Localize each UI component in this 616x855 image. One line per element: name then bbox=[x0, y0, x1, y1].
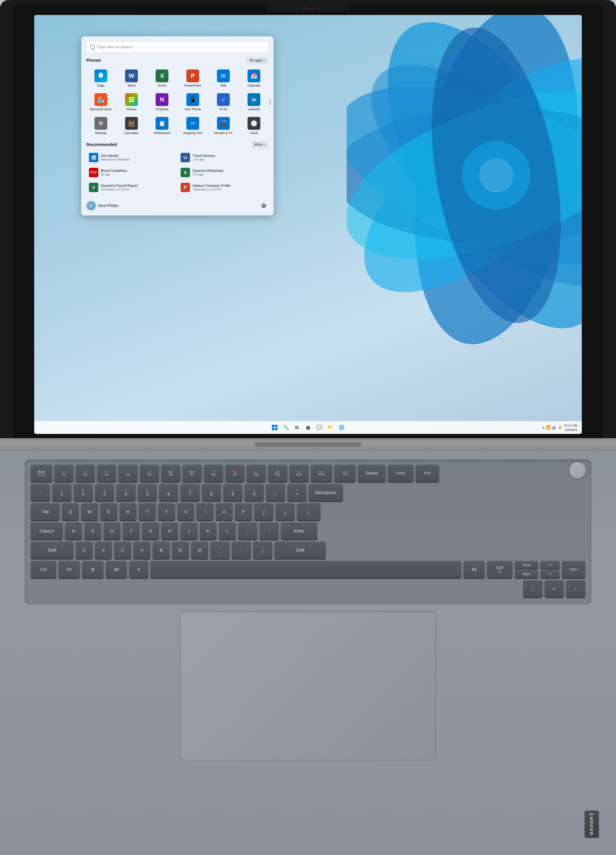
key-alt-left[interactable]: Alt bbox=[106, 561, 127, 578]
key-arrow-right[interactable]: › bbox=[566, 580, 585, 597]
app-calculator[interactable]: 🧮 Calculator bbox=[117, 115, 146, 137]
key-k[interactable]: K bbox=[200, 522, 217, 539]
key-v[interactable]: V bbox=[133, 542, 150, 559]
key-f8[interactable]: ✈F8 bbox=[204, 465, 223, 482]
rec-get-started[interactable]: 🪟 Get Started Welcome to Windows bbox=[86, 151, 177, 164]
key-insert[interactable]: Insert F12 bbox=[334, 465, 356, 482]
key-6[interactable]: ^6 bbox=[159, 484, 178, 501]
key-arrow-down2[interactable]: ∨ bbox=[545, 580, 564, 597]
key-pgdn2[interactable]: PgDn bbox=[562, 561, 585, 578]
key-s[interactable]: S bbox=[84, 522, 101, 539]
taskbar-search[interactable]: 🔍 bbox=[281, 423, 291, 432]
key-9[interactable]: (9 bbox=[223, 484, 242, 501]
rec-brand[interactable]: PDF Brand Guidelines 2h ago bbox=[86, 165, 177, 179]
key-h[interactable]: H bbox=[161, 522, 178, 539]
key-mic[interactable]: ☀ bbox=[129, 561, 148, 578]
key-r[interactable]: R bbox=[120, 503, 136, 520]
key-capslock[interactable]: CapsLk bbox=[31, 522, 63, 539]
key-alt-right[interactable]: Alt bbox=[463, 561, 485, 578]
key-x[interactable]: X bbox=[95, 542, 112, 559]
app-movies[interactable]: 🎬 Movies & TV bbox=[209, 115, 238, 137]
key-shift-left[interactable]: Shift bbox=[31, 542, 74, 559]
taskbar-chat[interactable]: 💬 bbox=[314, 423, 324, 432]
taskbar-start-button[interactable] bbox=[270, 423, 279, 432]
key-f5[interactable]: ⊙F5 bbox=[140, 465, 159, 482]
key-q[interactable]: Q bbox=[62, 503, 79, 520]
key-g[interactable]: G bbox=[142, 522, 159, 539]
key-a[interactable]: A bbox=[65, 522, 82, 539]
app-whiteboard[interactable]: 📋 Whiteboard bbox=[148, 115, 176, 137]
key-equals[interactable]: += bbox=[287, 484, 306, 501]
taskbar-edge[interactable]: 🌐 bbox=[337, 423, 346, 432]
search-bar[interactable]: Type here to search bbox=[86, 41, 268, 52]
touchpad[interactable] bbox=[180, 611, 436, 760]
key-4[interactable]: $4 bbox=[116, 484, 135, 501]
key-fn[interactable]: Fn bbox=[58, 561, 80, 578]
key-arrow-left[interactable]: ‹ bbox=[523, 580, 542, 597]
key-3[interactable]: #3 bbox=[95, 484, 114, 501]
key-y[interactable]: Y bbox=[158, 503, 175, 520]
key-minus[interactable]: _— bbox=[266, 484, 285, 501]
app-settings[interactable]: ⚙ Settings bbox=[86, 115, 115, 137]
app-word[interactable]: W Word bbox=[117, 67, 146, 89]
key-0[interactable]: )0 bbox=[245, 484, 264, 501]
rec-payroll[interactable]: X Quarterly Payroll Report Yesterday at … bbox=[86, 181, 177, 194]
app-edge[interactable]: Edge bbox=[86, 67, 115, 89]
key-z[interactable]: Z bbox=[76, 542, 93, 559]
app-photos[interactable]: 🖼 Photos bbox=[117, 91, 146, 113]
app-onenote[interactable]: N OneNote bbox=[148, 91, 176, 113]
key-tab[interactable]: Tab bbox=[31, 503, 60, 520]
key-f12[interactable]: ⚙F12 bbox=[290, 465, 309, 482]
key-f4[interactable]: ⛶F4 bbox=[118, 465, 138, 482]
key-pgup[interactable]: PgUp bbox=[515, 561, 538, 569]
key-arrow-down[interactable]: ∨ bbox=[540, 570, 559, 578]
taskbar-clock[interactable]: 11:11 AM 10/29/21 bbox=[564, 423, 578, 432]
key-delete[interactable]: Delete bbox=[358, 465, 386, 482]
key-l[interactable]: L bbox=[219, 522, 236, 539]
key-ctrl-left[interactable]: Ctrl bbox=[31, 561, 57, 578]
taskbar-widgets[interactable]: ▦ bbox=[303, 423, 313, 432]
key-f3[interactable]: ☀+F3 bbox=[97, 465, 116, 482]
key-b[interactable]: B bbox=[153, 542, 170, 559]
key-backslash[interactable]: |\ bbox=[297, 503, 320, 520]
key-f10[interactable]: 🔉F10 bbox=[247, 465, 266, 482]
app-todo[interactable]: ✓ To Do bbox=[209, 91, 238, 113]
key-enter[interactable]: Enter bbox=[281, 522, 317, 539]
key-prtsc[interactable]: PrtSc SysRq bbox=[311, 465, 332, 482]
key-f2[interactable]: ☀-F2 bbox=[76, 465, 95, 482]
key-esc[interactable]: Esc FnLock bbox=[31, 465, 52, 482]
taskbar-task-view[interactable]: ⧉ bbox=[292, 423, 302, 432]
app-clock[interactable]: 🕐 Clock bbox=[240, 115, 268, 137]
key-1[interactable]: !1 bbox=[52, 484, 71, 501]
key-pgdn[interactable]: PgDn bbox=[515, 570, 538, 578]
key-semicolon[interactable]: :; bbox=[238, 522, 257, 539]
key-f[interactable]: F bbox=[123, 522, 140, 539]
key-t[interactable]: T bbox=[139, 503, 156, 520]
key-lbracket[interactable]: {[ bbox=[254, 503, 273, 520]
app-snipping[interactable]: ✂ Snipping Tool bbox=[178, 115, 207, 137]
key-backspace[interactable]: Backspace bbox=[309, 484, 343, 501]
taskbar-file-explorer[interactable]: 📁 bbox=[325, 423, 335, 432]
key-quote[interactable]: "' bbox=[259, 522, 279, 539]
key-period[interactable]: >. bbox=[232, 542, 251, 559]
key-n[interactable]: N bbox=[172, 542, 189, 559]
key-u[interactable]: U bbox=[177, 503, 194, 520]
key-7[interactable]: &7 bbox=[181, 484, 200, 501]
app-excel[interactable]: X Excel bbox=[148, 67, 176, 89]
all-apps-button[interactable]: All apps › bbox=[246, 57, 268, 64]
key-backtick[interactable]: ~` bbox=[31, 484, 50, 501]
key-f7[interactable]: ⌨+F7 bbox=[182, 465, 202, 482]
key-space[interactable] bbox=[150, 561, 461, 578]
key-j[interactable]: J bbox=[181, 522, 198, 539]
app-store[interactable]: 🏪 Microsoft Store bbox=[86, 91, 115, 113]
key-ctrl-right[interactable]: Ctrl ☰ bbox=[487, 561, 513, 578]
key-o[interactable]: O bbox=[216, 503, 233, 520]
key-8[interactable]: *8 bbox=[202, 484, 221, 501]
hardware-power-button[interactable] bbox=[569, 462, 586, 479]
key-comma[interactable]: <, bbox=[210, 542, 230, 559]
key-d[interactable]: D bbox=[103, 522, 121, 539]
app-linkedin[interactable]: in LinkedIn bbox=[240, 91, 268, 113]
key-p[interactable]: P bbox=[235, 503, 252, 520]
key-end[interactable]: End bbox=[415, 465, 439, 482]
app-yourphone[interactable]: 📱 Your Phone bbox=[178, 91, 207, 113]
